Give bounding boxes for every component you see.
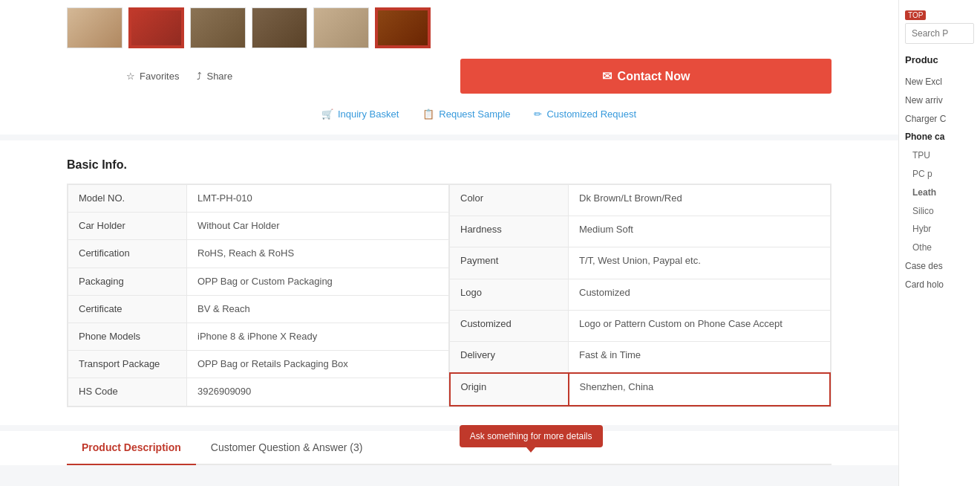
tooltip-bubble: Ask something for more details bbox=[460, 425, 603, 447]
actions-row: ☆ Favorites ⤴ Share ✉ Contact Now bbox=[67, 59, 832, 103]
inquiry-basket-link[interactable]: 🛒 Inquiry Basket bbox=[321, 108, 399, 120]
sidebar-item-case-des[interactable]: Case des bbox=[905, 257, 974, 276]
value-color: Dk Brown/Lt Brown/Red bbox=[569, 185, 831, 216]
share-button[interactable]: ⤴ Share bbox=[197, 71, 232, 82]
value-packaging: OPP Bag or Custom Packaging bbox=[187, 268, 449, 295]
table-row: Transport Package OPP Bag or Retails Pac… bbox=[68, 351, 449, 378]
label-logo: Logo bbox=[450, 279, 569, 310]
top-section: ☆ Favorites ⤴ Share ✉ Contact Now 🛒 bbox=[0, 0, 898, 135]
table-row: Car Holder Without Car Holder bbox=[68, 213, 449, 240]
sidebar-products-title: Produc bbox=[905, 54, 974, 65]
tab-customer-qa[interactable]: Customer Question & Answer (3) bbox=[196, 431, 378, 465]
label-phone-models: Phone Models bbox=[68, 323, 187, 350]
thumbnail-1[interactable] bbox=[67, 7, 122, 48]
main-content: ☆ Favorites ⤴ Share ✉ Contact Now 🛒 bbox=[0, 0, 898, 486]
value-origin: Shenzhen, China bbox=[569, 373, 831, 405]
table-row: HS Code 3926909090 bbox=[68, 378, 449, 406]
value-phone-models: iPhone 8 & iPhone X Ready bbox=[187, 323, 449, 350]
edit-icon: ✏ bbox=[534, 108, 542, 120]
value-logo: Customized bbox=[569, 279, 831, 310]
thumbnail-2[interactable] bbox=[128, 7, 184, 48]
table-row: Certification RoHS, Reach & RoHS bbox=[68, 240, 449, 268]
sidebar-item-new-arriv[interactable]: New arriv bbox=[905, 91, 974, 110]
table-row: Customized Logo or Pattern Custom on Pho… bbox=[450, 310, 831, 341]
sample-icon: 📋 bbox=[422, 108, 434, 120]
label-origin: Origin bbox=[450, 373, 569, 405]
customized-request-label: Customized Request bbox=[546, 108, 636, 120]
sidebar-item-pc-p[interactable]: PC p bbox=[905, 165, 974, 184]
contact-now-label: Contact Now bbox=[618, 70, 690, 83]
left-info-table: Model NO. LMT-PH-010 Car Holder Without … bbox=[68, 184, 449, 406]
sidebar-item-card-holo[interactable]: Card holo bbox=[905, 276, 974, 294]
bottom-section: Product Description Ask something for mo… bbox=[0, 431, 898, 465]
favorites-label: Favorites bbox=[140, 71, 179, 82]
info-table-wrapper: Model NO. LMT-PH-010 Car Holder Without … bbox=[67, 184, 832, 407]
label-car-holder: Car Holder bbox=[68, 213, 187, 240]
origin-row: Origin Shenzhen, China bbox=[450, 373, 831, 405]
search-input[interactable] bbox=[905, 23, 974, 44]
sidebar-item-othe[interactable]: Othe bbox=[905, 239, 974, 257]
value-certificate: BV & Reach bbox=[187, 295, 449, 323]
value-certification: RoHS, Reach & RoHS bbox=[187, 240, 449, 268]
value-delivery: Fast & in Time bbox=[569, 341, 831, 373]
request-sample-link[interactable]: 📋 Request Sample bbox=[422, 108, 510, 120]
sidebar-item-hybr[interactable]: Hybr bbox=[905, 220, 974, 239]
basic-info-section: Basic Info. Model NO. LMT-PH-010 Car Hol… bbox=[0, 140, 898, 425]
contact-now-button[interactable]: ✉ Contact Now bbox=[460, 59, 832, 94]
thumbnail-6[interactable] bbox=[375, 7, 431, 48]
table-row: Hardness Medium Soft bbox=[450, 216, 831, 247]
sidebar-item-leath[interactable]: Leath bbox=[905, 184, 974, 202]
left-actions: ☆ Favorites ⤴ Share bbox=[126, 71, 232, 82]
thumbnail-3[interactable] bbox=[190, 7, 246, 48]
right-info-table: Color Dk Brown/Lt Brown/Red Hardness Med… bbox=[449, 184, 832, 406]
tab-product-description-label: Product Description bbox=[82, 441, 181, 453]
customized-request-link[interactable]: ✏ Customized Request bbox=[534, 108, 636, 120]
tooltip-text: Ask something for more details bbox=[470, 431, 592, 441]
sidebar-item-silico[interactable]: Silico bbox=[905, 202, 974, 221]
star-icon: ☆ bbox=[126, 71, 135, 82]
sidebar: TOP Produc New Excl New arriv Charger C … bbox=[898, 0, 980, 486]
request-sample-label: Request Sample bbox=[439, 108, 510, 120]
label-delivery: Delivery bbox=[450, 341, 569, 373]
label-transport-package: Transport Package bbox=[68, 351, 187, 378]
favorites-button[interactable]: ☆ Favorites bbox=[126, 71, 179, 82]
share-label: Share bbox=[206, 71, 232, 82]
value-model-no: LMT-PH-010 bbox=[187, 185, 449, 213]
label-customized: Customized bbox=[450, 310, 569, 341]
tab-qa-wrapper: Ask something for more details Customer … bbox=[196, 431, 378, 464]
label-color: Color bbox=[450, 185, 569, 216]
value-transport-package: OPP Bag or Retails Packaging Box bbox=[187, 351, 449, 378]
tab-customer-qa-label: Customer Question & Answer (3) bbox=[211, 441, 363, 453]
sub-actions: 🛒 Inquiry Basket 📋 Request Sample ✏ Cust… bbox=[126, 103, 832, 120]
top-badge: TOP bbox=[905, 10, 926, 20]
value-hardness: Medium Soft bbox=[569, 216, 831, 247]
table-row: Logo Customized bbox=[450, 279, 831, 310]
sidebar-item-new-excl[interactable]: New Excl bbox=[905, 73, 974, 91]
label-payment: Payment bbox=[450, 247, 569, 279]
table-row: Packaging OPP Bag or Custom Packaging bbox=[68, 268, 449, 295]
thumbnails-row bbox=[67, 0, 832, 59]
thumbnail-4[interactable] bbox=[252, 7, 307, 48]
label-hs-code: HS Code bbox=[68, 378, 187, 406]
label-hardness: Hardness bbox=[450, 216, 569, 247]
inquiry-basket-label: Inquiry Basket bbox=[338, 108, 399, 120]
sidebar-item-charger[interactable]: Charger C bbox=[905, 110, 974, 129]
table-row: Color Dk Brown/Lt Brown/Red bbox=[450, 185, 831, 216]
basket-icon: 🛒 bbox=[321, 108, 333, 120]
value-car-holder: Without Car Holder bbox=[187, 213, 449, 240]
value-payment: T/T, West Union, Paypal etc. bbox=[569, 247, 831, 279]
label-model-no: Model NO. bbox=[68, 185, 187, 213]
tab-product-description[interactable]: Product Description bbox=[67, 431, 196, 465]
sidebar-item-tpu[interactable]: TPU bbox=[905, 146, 974, 165]
page-wrapper: ☆ Favorites ⤴ Share ✉ Contact Now 🛒 bbox=[0, 0, 980, 486]
value-hs-code: 3926909090 bbox=[187, 378, 449, 406]
label-certification: Certification bbox=[68, 240, 187, 268]
label-certificate: Certificate bbox=[68, 295, 187, 323]
table-row: Model NO. LMT-PH-010 bbox=[68, 185, 449, 213]
thumbnail-5[interactable] bbox=[313, 7, 369, 48]
sidebar-item-phone-ca[interactable]: Phone ca bbox=[905, 128, 974, 146]
share-icon: ⤴ bbox=[197, 71, 202, 82]
table-row: Phone Models iPhone 8 & iPhone X Ready bbox=[68, 323, 449, 350]
table-row: Payment T/T, West Union, Paypal etc. bbox=[450, 247, 831, 279]
mail-icon: ✉ bbox=[602, 69, 612, 83]
